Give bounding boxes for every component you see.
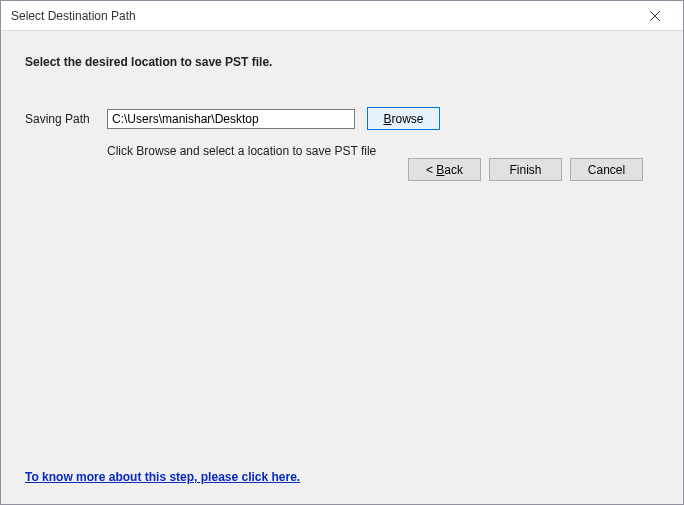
browse-button[interactable]: Browse	[367, 107, 440, 130]
close-icon	[650, 11, 660, 21]
saving-path-label: Saving Path	[25, 112, 107, 126]
finish-button[interactable]: Finish	[489, 158, 562, 181]
titlebar: Select Destination Path	[1, 1, 683, 31]
help-link[interactable]: To know more about this step, please cli…	[25, 470, 300, 484]
back-button[interactable]: < Back	[408, 158, 481, 181]
saving-path-input[interactable]	[107, 109, 355, 129]
page-heading: Select the desired location to save PST …	[25, 55, 659, 69]
hint-text: Click Browse and select a location to sa…	[107, 144, 659, 158]
content-area: Select the desired location to save PST …	[1, 31, 683, 504]
path-row: Saving Path Browse	[25, 107, 659, 130]
window-close-button[interactable]	[635, 2, 675, 30]
dialog-window: Select Destination Path Select the desir…	[0, 0, 684, 505]
footer-buttons: < Back Finish Cancel	[25, 158, 659, 197]
cancel-button[interactable]: Cancel	[570, 158, 643, 181]
window-title: Select Destination Path	[11, 9, 136, 23]
